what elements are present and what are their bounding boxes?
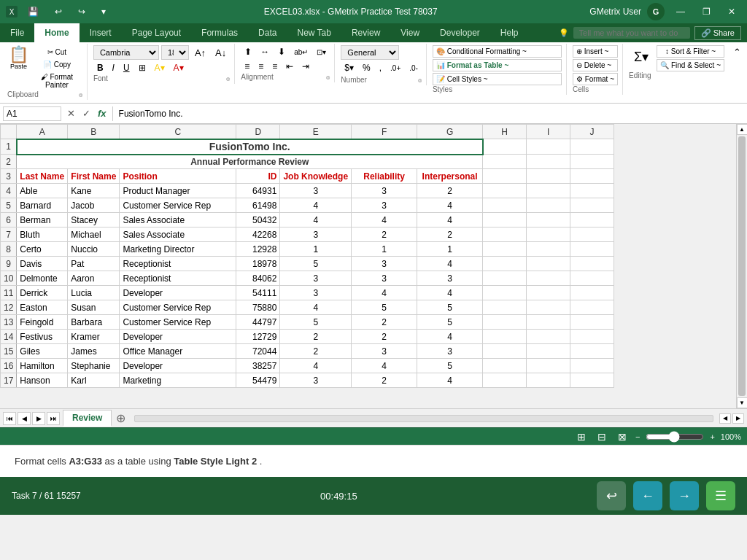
maximize-button[interactable]: ❐ [697, 4, 716, 20]
add-sheet-button[interactable]: ⊕ [113, 411, 128, 425]
hscroll-left[interactable]: ◀ [719, 413, 731, 424]
align-center-button[interactable]: ≡ [255, 60, 267, 73]
align-right-button[interactable]: ≡ [268, 60, 281, 73]
delete-cells-button[interactable]: ⊖ Delete ~ [573, 59, 618, 71]
save-button[interactable]: 💾 [22, 4, 44, 20]
prev-button[interactable]: ← [633, 481, 662, 510]
tab-data[interactable]: Data [248, 23, 287, 42]
indent-decrease-button[interactable]: ⇤ [282, 60, 297, 73]
table-container[interactable]: A B C D E F G H I J 1 [0, 124, 736, 408]
decrease-decimal-button[interactable]: .0- [406, 63, 422, 74]
tab-formulas[interactable]: Formulas [191, 23, 248, 42]
search-input[interactable] [573, 27, 690, 39]
header-interpersonal[interactable]: Interpersonal [417, 169, 483, 184]
cell-reference-input[interactable]: A1 [3, 106, 61, 121]
bold-button[interactable]: B [93, 61, 107, 74]
back-button[interactable]: ↩ [597, 481, 626, 510]
col-header-a[interactable]: A [17, 125, 68, 139]
cell-styles-button[interactable]: 📝 Cell Styles ~ [433, 73, 562, 85]
fill-color-button[interactable]: A▾ [151, 61, 169, 74]
redo-button[interactable]: ↪ [72, 4, 91, 20]
align-left-button[interactable]: ≡ [241, 60, 253, 73]
cell-h2[interactable] [483, 155, 527, 169]
insert-function-button[interactable]: fx [95, 106, 109, 120]
paste-button[interactable]: 📋 Paste [7, 45, 30, 71]
cell-j3[interactable] [570, 169, 614, 184]
tab-review[interactable]: Review [341, 23, 390, 42]
header-lastname[interactable]: Last Name [17, 169, 68, 184]
col-header-f[interactable]: F [352, 125, 417, 139]
col-header-j[interactable]: J [570, 125, 614, 139]
tab-file[interactable]: File [0, 23, 34, 42]
sort-filter-button[interactable]: ↕ Sort & Filter ~ [657, 45, 724, 58]
font-expand[interactable]: ⌾ [226, 75, 230, 82]
menu-button[interactable]: ☰ [706, 481, 735, 510]
font-name-select[interactable]: Cambria [93, 45, 159, 60]
align-middle-button[interactable]: ↔ [257, 45, 273, 58]
align-bottom-button[interactable]: ⬇ [274, 45, 289, 58]
italic-button[interactable]: I [109, 61, 118, 74]
cell-j2[interactable] [570, 155, 614, 169]
cell-i2[interactable] [527, 155, 570, 169]
confirm-formula-button[interactable]: ✓ [80, 106, 93, 120]
indent-increase-button[interactable]: ⇥ [298, 60, 313, 73]
minimize-button[interactable]: — [670, 4, 691, 20]
number-format-select[interactable]: General [341, 45, 399, 60]
dollar-sign-button[interactable]: $▾ [341, 61, 357, 74]
format-cells-button[interactable]: ⚙ Format ~ [573, 73, 618, 85]
cut-button[interactable]: ✂ Cut [31, 47, 82, 58]
col-header-g[interactable]: G [417, 125, 483, 139]
underline-button[interactable]: U [120, 61, 133, 74]
formula-input[interactable]: FusionTomo Inc. [116, 107, 744, 120]
sheet-nav-last[interactable]: ⏭ [47, 412, 60, 425]
cancel-formula-button[interactable]: ✕ [64, 106, 78, 120]
insert-cells-button[interactable]: ⊕ Insert ~ [573, 45, 618, 58]
undo-button[interactable]: ↩ [49, 4, 68, 20]
scroll-thumb[interactable] [738, 136, 746, 396]
col-header-c[interactable]: C [120, 125, 236, 139]
cell-j1[interactable] [570, 139, 614, 155]
header-jobknowledge[interactable]: Job Knowledge [280, 169, 352, 184]
conditional-formatting-button[interactable]: 🎨 Conditional Formatting ~ [433, 45, 562, 58]
sheet-nav-prev[interactable]: ◀ [18, 412, 31, 425]
cell-h1[interactable] [483, 139, 527, 155]
horizontal-scrollbar[interactable] [134, 415, 713, 422]
tab-insert[interactable]: Insert [80, 23, 122, 42]
format-as-table-button[interactable]: 📊 Format as Table ~ [433, 59, 562, 71]
comma-button[interactable]: , [376, 61, 385, 74]
collapse-ribbon-button[interactable]: ⌃ [730, 44, 744, 61]
find-select-button[interactable]: 🔍 Find & Select ~ [657, 59, 724, 71]
scroll-up-button[interactable]: ▲ [737, 124, 748, 135]
tab-home[interactable]: Home [34, 23, 79, 42]
col-header-d[interactable]: D [236, 125, 280, 139]
align-top-button[interactable]: ⬆ [241, 45, 255, 58]
cell-i1[interactable] [527, 139, 570, 155]
col-header-b[interactable]: B [68, 125, 120, 139]
font-color-button[interactable]: A▾ [170, 61, 187, 74]
vertical-scrollbar[interactable]: ▲ ▼ [736, 124, 747, 408]
percent-button[interactable]: % [359, 61, 374, 74]
col-header-h[interactable]: H [483, 125, 527, 139]
sheet-nav-first[interactable]: ⏮ [3, 412, 16, 425]
page-layout-view-button[interactable]: ⊟ [595, 431, 609, 443]
clipboard-expand[interactable]: ⌾ [79, 91, 82, 98]
col-header-i[interactable]: I [527, 125, 570, 139]
header-position[interactable]: Position [120, 169, 236, 184]
increase-font-button[interactable]: A↑ [191, 46, 209, 60]
tab-help[interactable]: Help [490, 23, 529, 42]
tab-page-layout[interactable]: Page Layout [122, 23, 191, 42]
quick-access-dropdown[interactable]: ▾ [96, 4, 112, 20]
header-reliability[interactable]: Reliability [352, 169, 417, 184]
share-button[interactable]: 🔗 Share [694, 26, 741, 40]
page-break-view-button[interactable]: ⊠ [615, 431, 630, 443]
alignment-expand[interactable]: ⌾ [326, 74, 330, 81]
cell-title[interactable]: FusionTomo Inc. [17, 139, 483, 155]
hscroll-right[interactable]: ▶ [732, 413, 744, 424]
sheet-tab-review[interactable]: Review [63, 410, 112, 427]
close-button[interactable]: ✕ [722, 4, 741, 20]
zoom-slider[interactable] [646, 431, 704, 443]
font-size-select[interactable]: 18 [161, 45, 189, 60]
tab-developer[interactable]: Developer [430, 23, 490, 42]
tab-view[interactable]: View [390, 23, 430, 42]
border-button[interactable]: ⊞ [135, 61, 150, 74]
